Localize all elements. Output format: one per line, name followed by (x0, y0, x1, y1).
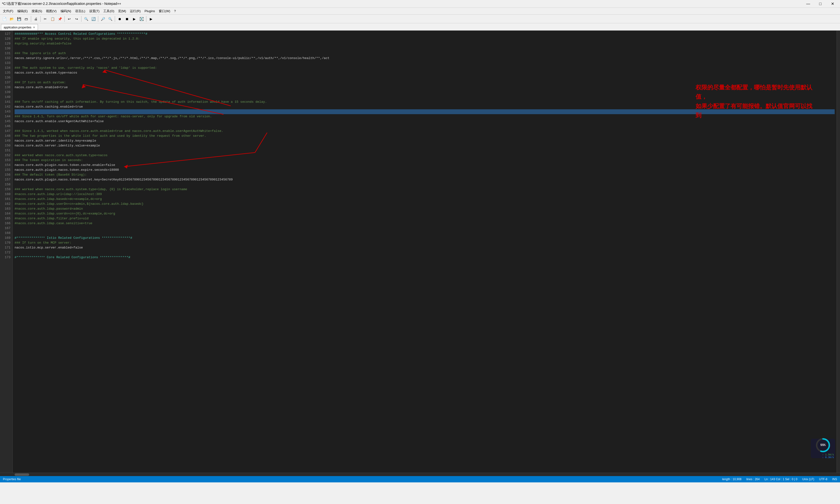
status-bar: Properties file length : 10,908 lines : … (0, 476, 840, 482)
status-right: length : 10,908 lines : 264 Ln : 143 Col… (722, 478, 837, 481)
toolbar-separator-7 (146, 16, 147, 22)
window-controls: — □ ✕ (803, 0, 838, 7)
encoding: UTF-8 (819, 478, 827, 481)
menu-help[interactable]: ? (172, 9, 178, 13)
print-button[interactable]: 🖨 (32, 16, 39, 22)
window-title: *C:\迅雷下载\nacos-server-2.2.3\nacos\conf\a… (2, 2, 121, 6)
code-area[interactable]: ############*** Access Control Related C… (13, 31, 837, 473)
minimize-button[interactable]: — (803, 0, 814, 7)
zoom-out-button[interactable]: 🔍 (107, 16, 114, 22)
redo-button[interactable]: ↪ (73, 16, 80, 22)
tab-label: application.properties (4, 26, 31, 29)
menu-edit[interactable]: 编辑(E) (15, 8, 30, 14)
title-bar: *C:\迅雷下载\nacos-server-2.2.3\nacos\conf\a… (0, 0, 840, 8)
menu-run[interactable]: 运行(R) (128, 8, 142, 14)
cut-button[interactable]: ✂ (42, 16, 49, 22)
menu-macro[interactable]: 宏(M) (116, 8, 128, 14)
find-button[interactable]: 🔍 (83, 16, 89, 22)
menu-search[interactable]: 搜索(S) (30, 8, 44, 14)
menu-encoding[interactable]: 编码(N) (58, 8, 73, 14)
toolbar: 📄 📂 💾 🗃 🖨 ✂ 📋 📌 ↩ ↪ 🔍 🔄 🔎 🔍 ⏺ ⏹ ▶ 💽 ▶ (0, 15, 840, 23)
menu-bar: 文件(F) 编辑(E) 搜索(S) 视图(V) 编码(N) 语言(L) 设置(T… (0, 8, 840, 15)
copy-button[interactable]: 📋 (49, 16, 56, 22)
speed-widget: 55% ↑ 1.5K/s ↓ 0.3K/s (811, 439, 835, 458)
tab-close-icon[interactable]: ✕ (33, 26, 35, 29)
macro-record-button[interactable]: ⏺ (116, 16, 123, 22)
zoom-in-button[interactable]: 🔎 (100, 16, 106, 22)
menu-window[interactable]: 窗口(W) (157, 8, 172, 14)
file-lines: lines : 264 (747, 478, 760, 481)
macro-save-button[interactable]: 💽 (138, 16, 145, 22)
download-rate: ↓ 0.3K/s (812, 456, 834, 459)
cursor-position: Ln : 143 Col : 1 Sel : 0 | 0 (765, 478, 797, 481)
close-button[interactable]: ✕ (827, 0, 838, 7)
open-button[interactable]: 📂 (8, 16, 15, 22)
line-numbers: 127 128 129 130 131 132 133 134 135 136 … (0, 31, 13, 473)
horizontal-scrollbar[interactable] (0, 473, 840, 476)
code-content: ############*** Access Control Related C… (13, 31, 837, 261)
menu-language[interactable]: 语言(L) (73, 8, 87, 14)
paste-button[interactable]: 📌 (56, 16, 63, 22)
macro-play-button[interactable]: ▶ (131, 16, 138, 22)
replace-button[interactable]: 🔄 (90, 16, 97, 22)
speed-percent: 55% (820, 444, 826, 447)
menu-settings[interactable]: 设置(T) (87, 8, 102, 14)
vertical-scrollbar[interactable] (837, 31, 840, 473)
tab-bar: application.properties ✕ (0, 23, 840, 31)
menu-view[interactable]: 视图(V) (44, 8, 58, 14)
line-ending: Unix (LF) (802, 478, 814, 481)
file-length: length : 10,908 (722, 478, 741, 481)
toolbar-separator-5 (98, 16, 98, 22)
macro-stop-button[interactable]: ⏹ (123, 16, 130, 22)
menu-plugins[interactable]: Plugins (143, 9, 157, 13)
save-button[interactable]: 💾 (16, 16, 22, 22)
status-left: Properties file (3, 478, 21, 481)
menu-file[interactable]: 文件(F) (1, 8, 15, 14)
toolbar-separator-4 (81, 16, 82, 22)
speed-rates: ↑ 1.5K/s ↓ 0.3K/s (812, 453, 834, 459)
save-all-button[interactable]: 🗃 (23, 16, 30, 22)
editor-container: 127 128 129 130 131 132 133 134 135 136 … (0, 31, 840, 473)
maximize-button[interactable]: □ (815, 0, 826, 7)
menu-tools[interactable]: 工具(O) (101, 8, 116, 14)
upload-rate: ↑ 1.5K/s (812, 453, 834, 456)
run-button[interactable]: ▶ (148, 16, 154, 22)
new-button[interactable]: 📄 (1, 16, 8, 22)
toolbar-separator-1 (31, 16, 31, 22)
insert-mode: INS (832, 478, 837, 481)
undo-button[interactable]: ↩ (66, 16, 73, 22)
file-type: Properties file (3, 478, 21, 481)
tab-application-properties[interactable]: application.properties ✕ (1, 24, 38, 30)
